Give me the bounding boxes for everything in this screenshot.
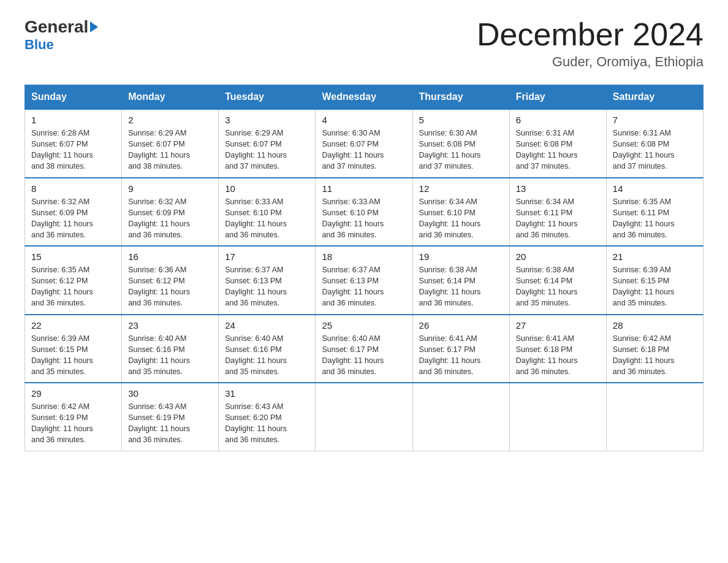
month-title: December 2024: [477, 18, 703, 50]
day-info: Sunrise: 6:37 AMSunset: 6:13 PMDaylight:…: [225, 264, 309, 309]
calendar-cell: 20Sunrise: 6:38 AMSunset: 6:14 PMDayligh…: [509, 246, 606, 315]
calendar-cell: [316, 383, 412, 451]
day-number: 28: [613, 320, 697, 331]
day-number: 31: [225, 388, 309, 399]
day-number: 14: [613, 183, 697, 194]
calendar-cell: 3Sunrise: 6:29 AMSunset: 6:07 PMDaylight…: [219, 109, 316, 178]
calendar-week-row: 8Sunrise: 6:32 AMSunset: 6:09 PMDaylight…: [25, 178, 703, 247]
col-header-wednesday: Wednesday: [316, 85, 412, 110]
calendar-cell: 21Sunrise: 6:39 AMSunset: 6:15 PMDayligh…: [606, 246, 703, 315]
day-number: 9: [128, 183, 212, 194]
col-header-monday: Monday: [122, 85, 219, 110]
day-info: Sunrise: 6:29 AMSunset: 6:07 PMDaylight:…: [225, 128, 309, 172]
calendar-cell: 12Sunrise: 6:34 AMSunset: 6:10 PMDayligh…: [412, 178, 509, 247]
calendar-cell: 28Sunrise: 6:42 AMSunset: 6:18 PMDayligh…: [606, 315, 703, 383]
day-number: 13: [516, 183, 600, 194]
day-info: Sunrise: 6:42 AMSunset: 6:19 PMDaylight:…: [31, 401, 115, 446]
calendar-cell: 1Sunrise: 6:28 AMSunset: 6:07 PMDaylight…: [25, 109, 122, 178]
day-number: 10: [225, 183, 309, 194]
day-number: 24: [225, 320, 309, 331]
logo-blue-text: Blue: [25, 37, 54, 53]
day-number: 20: [516, 251, 600, 262]
day-number: 2: [128, 115, 212, 125]
page-header: General Blue December 2024 Guder, Oromiy…: [25, 18, 703, 70]
day-info: Sunrise: 6:28 AMSunset: 6:07 PMDaylight:…: [31, 128, 115, 172]
day-info: Sunrise: 6:43 AMSunset: 6:19 PMDaylight:…: [128, 401, 212, 446]
calendar-cell: 16Sunrise: 6:36 AMSunset: 6:12 PMDayligh…: [122, 246, 219, 315]
logo-general-text: General: [25, 18, 98, 36]
day-number: 19: [419, 251, 503, 262]
day-number: 8: [31, 183, 115, 194]
logo: General Blue: [25, 18, 98, 53]
day-number: 22: [31, 320, 115, 331]
calendar-cell: 27Sunrise: 6:41 AMSunset: 6:18 PMDayligh…: [509, 315, 606, 383]
day-info: Sunrise: 6:32 AMSunset: 6:09 PMDaylight:…: [31, 196, 115, 241]
day-info: Sunrise: 6:35 AMSunset: 6:11 PMDaylight:…: [613, 196, 697, 241]
day-info: Sunrise: 6:36 AMSunset: 6:12 PMDaylight:…: [128, 264, 212, 309]
calendar-cell: 11Sunrise: 6:33 AMSunset: 6:10 PMDayligh…: [316, 178, 412, 247]
day-info: Sunrise: 6:40 AMSunset: 6:16 PMDaylight:…: [128, 333, 212, 378]
day-number: 25: [322, 320, 406, 331]
col-header-saturday: Saturday: [606, 85, 703, 110]
day-info: Sunrise: 6:34 AMSunset: 6:11 PMDaylight:…: [516, 196, 600, 241]
day-number: 3: [225, 115, 309, 125]
day-number: 5: [419, 115, 503, 125]
day-number: 6: [516, 115, 600, 125]
calendar-cell: 8Sunrise: 6:32 AMSunset: 6:09 PMDaylight…: [25, 178, 122, 247]
day-info: Sunrise: 6:35 AMSunset: 6:12 PMDaylight:…: [31, 264, 115, 309]
day-number: 18: [322, 251, 406, 262]
calendar-cell: 18Sunrise: 6:37 AMSunset: 6:13 PMDayligh…: [316, 246, 412, 315]
calendar-cell: 29Sunrise: 6:42 AMSunset: 6:19 PMDayligh…: [25, 383, 122, 451]
day-info: Sunrise: 6:32 AMSunset: 6:09 PMDaylight:…: [128, 196, 212, 241]
col-header-thursday: Thursday: [412, 85, 509, 110]
calendar-cell: 15Sunrise: 6:35 AMSunset: 6:12 PMDayligh…: [25, 246, 122, 315]
calendar-header-row: SundayMondayTuesdayWednesdayThursdayFrid…: [25, 85, 703, 110]
calendar-cell: 13Sunrise: 6:34 AMSunset: 6:11 PMDayligh…: [509, 178, 606, 247]
calendar-cell: 26Sunrise: 6:41 AMSunset: 6:17 PMDayligh…: [412, 315, 509, 383]
location-title: Guder, Oromiya, Ethiopia: [477, 54, 703, 70]
day-info: Sunrise: 6:33 AMSunset: 6:10 PMDaylight:…: [225, 196, 309, 241]
day-info: Sunrise: 6:40 AMSunset: 6:17 PMDaylight:…: [322, 333, 406, 378]
calendar-week-row: 29Sunrise: 6:42 AMSunset: 6:19 PMDayligh…: [25, 383, 703, 451]
calendar-cell: 7Sunrise: 6:31 AMSunset: 6:08 PMDaylight…: [606, 109, 703, 178]
calendar-cell: 9Sunrise: 6:32 AMSunset: 6:09 PMDaylight…: [122, 178, 219, 247]
calendar-cell: [606, 383, 703, 451]
day-number: 15: [31, 251, 115, 262]
title-area: December 2024 Guder, Oromiya, Ethiopia: [477, 18, 703, 70]
calendar-week-row: 1Sunrise: 6:28 AMSunset: 6:07 PMDaylight…: [25, 109, 703, 178]
calendar-cell: 25Sunrise: 6:40 AMSunset: 6:17 PMDayligh…: [316, 315, 412, 383]
day-number: 23: [128, 320, 212, 331]
day-info: Sunrise: 6:37 AMSunset: 6:13 PMDaylight:…: [322, 264, 406, 309]
day-info: Sunrise: 6:30 AMSunset: 6:07 PMDaylight:…: [322, 128, 406, 172]
day-info: Sunrise: 6:31 AMSunset: 6:08 PMDaylight:…: [613, 128, 697, 172]
calendar-cell: 5Sunrise: 6:30 AMSunset: 6:08 PMDaylight…: [412, 109, 509, 178]
calendar-cell: 30Sunrise: 6:43 AMSunset: 6:19 PMDayligh…: [122, 383, 219, 451]
calendar-cell: 24Sunrise: 6:40 AMSunset: 6:16 PMDayligh…: [219, 315, 316, 383]
day-info: Sunrise: 6:34 AMSunset: 6:10 PMDaylight:…: [419, 196, 503, 241]
day-info: Sunrise: 6:31 AMSunset: 6:08 PMDaylight:…: [516, 128, 600, 172]
day-number: 4: [322, 115, 406, 125]
day-info: Sunrise: 6:40 AMSunset: 6:16 PMDaylight:…: [225, 333, 309, 378]
day-number: 21: [613, 251, 697, 262]
col-header-friday: Friday: [509, 85, 606, 110]
day-info: Sunrise: 6:42 AMSunset: 6:18 PMDaylight:…: [613, 333, 697, 378]
day-number: 7: [613, 115, 697, 125]
calendar-cell: 19Sunrise: 6:38 AMSunset: 6:14 PMDayligh…: [412, 246, 509, 315]
calendar-cell: 31Sunrise: 6:43 AMSunset: 6:20 PMDayligh…: [219, 383, 316, 451]
day-number: 11: [322, 183, 406, 194]
day-number: 29: [31, 388, 115, 399]
calendar-cell: 14Sunrise: 6:35 AMSunset: 6:11 PMDayligh…: [606, 178, 703, 247]
calendar-week-row: 22Sunrise: 6:39 AMSunset: 6:15 PMDayligh…: [25, 315, 703, 383]
calendar-cell: 22Sunrise: 6:39 AMSunset: 6:15 PMDayligh…: [25, 315, 122, 383]
col-header-tuesday: Tuesday: [219, 85, 316, 110]
calendar-cell: 2Sunrise: 6:29 AMSunset: 6:07 PMDaylight…: [122, 109, 219, 178]
col-header-sunday: Sunday: [25, 85, 122, 110]
calendar-cell: 4Sunrise: 6:30 AMSunset: 6:07 PMDaylight…: [316, 109, 412, 178]
calendar-cell: [509, 383, 606, 451]
calendar-cell: [412, 383, 509, 451]
day-number: 27: [516, 320, 600, 331]
day-number: 26: [419, 320, 503, 331]
calendar-cell: 23Sunrise: 6:40 AMSunset: 6:16 PMDayligh…: [122, 315, 219, 383]
calendar-cell: 10Sunrise: 6:33 AMSunset: 6:10 PMDayligh…: [219, 178, 316, 247]
day-info: Sunrise: 6:38 AMSunset: 6:14 PMDaylight:…: [516, 264, 600, 309]
